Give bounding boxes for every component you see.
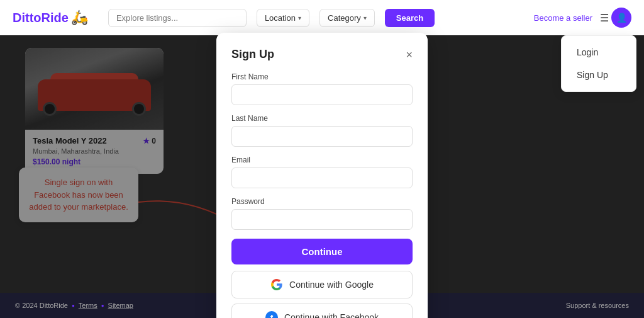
email-input[interactable] bbox=[231, 168, 413, 188]
first-name-group: First Name bbox=[231, 72, 413, 105]
footer-copyright: © 2024 DittoRide bbox=[15, 302, 68, 309]
signup-modal: Sign Up × First Name Last Name Email Pas… bbox=[216, 33, 428, 318]
email-group: Email bbox=[231, 156, 413, 188]
avatar-icon: 👤 bbox=[616, 13, 627, 23]
footer-terms-link[interactable]: Terms bbox=[79, 302, 97, 309]
google-signin-button[interactable]: Continue with Google bbox=[231, 271, 413, 298]
first-name-input[interactable] bbox=[231, 84, 413, 105]
header-right: Become a seller ☰ 👤 bbox=[534, 8, 631, 28]
google-btn-label: Continue with Google bbox=[289, 280, 374, 290]
first-name-label: First Name bbox=[231, 72, 413, 81]
category-dropdown[interactable]: Category ▾ bbox=[319, 9, 375, 27]
chevron-down-icon: ▾ bbox=[298, 14, 301, 21]
menu-avatar[interactable]: ☰ 👤 bbox=[600, 8, 631, 28]
footer-right: Support & resources bbox=[566, 302, 629, 309]
dropdown-menu: Login Sign Up bbox=[561, 35, 636, 92]
search-input[interactable] bbox=[108, 9, 247, 27]
password-group: Password bbox=[231, 197, 413, 230]
logo-text: DittoRide bbox=[13, 11, 69, 25]
header: DittoRide 🛵 Location ▾ Category ▾ Search… bbox=[0, 0, 644, 35]
facebook-icon: f bbox=[265, 311, 278, 318]
login-menu-item[interactable]: Login bbox=[562, 41, 636, 64]
modal-header: Sign Up × bbox=[231, 48, 413, 61]
footer-support-link[interactable]: Support & resources bbox=[566, 302, 629, 309]
hamburger-icon: ☰ bbox=[600, 12, 609, 24]
footer-dot-1: ● bbox=[72, 303, 75, 309]
logo[interactable]: DittoRide 🛵 bbox=[13, 9, 88, 26]
logo-icon: 🛵 bbox=[71, 9, 88, 26]
last-name-group: Last Name bbox=[231, 114, 413, 147]
footer-sitemap-link[interactable]: Sitemap bbox=[108, 302, 133, 309]
facebook-signin-button[interactable]: f Continue with Facebook bbox=[231, 304, 413, 318]
password-label: Password bbox=[231, 197, 413, 206]
avatar: 👤 bbox=[611, 8, 631, 28]
location-dropdown[interactable]: Location ▾ bbox=[257, 9, 309, 27]
footer-dot-2: ● bbox=[101, 303, 104, 309]
footer-left: © 2024 DittoRide ● Terms ● Sitemap bbox=[15, 302, 133, 309]
modal-title: Sign Up bbox=[231, 48, 274, 61]
search-button[interactable]: Search bbox=[385, 9, 435, 27]
google-icon bbox=[270, 278, 283, 291]
continue-button[interactable]: Continue bbox=[231, 239, 413, 264]
signup-menu-item[interactable]: Sign Up bbox=[562, 64, 636, 86]
email-label: Email bbox=[231, 156, 413, 164]
password-input[interactable] bbox=[231, 209, 413, 230]
become-seller-link[interactable]: Become a seller bbox=[534, 13, 592, 23]
last-name-label: Last Name bbox=[231, 114, 413, 123]
chevron-down-icon: ▾ bbox=[364, 14, 367, 21]
facebook-btn-label: Continue with Facebook bbox=[284, 312, 379, 318]
modal-close-button[interactable]: × bbox=[406, 49, 413, 60]
last-name-input[interactable] bbox=[231, 126, 413, 147]
